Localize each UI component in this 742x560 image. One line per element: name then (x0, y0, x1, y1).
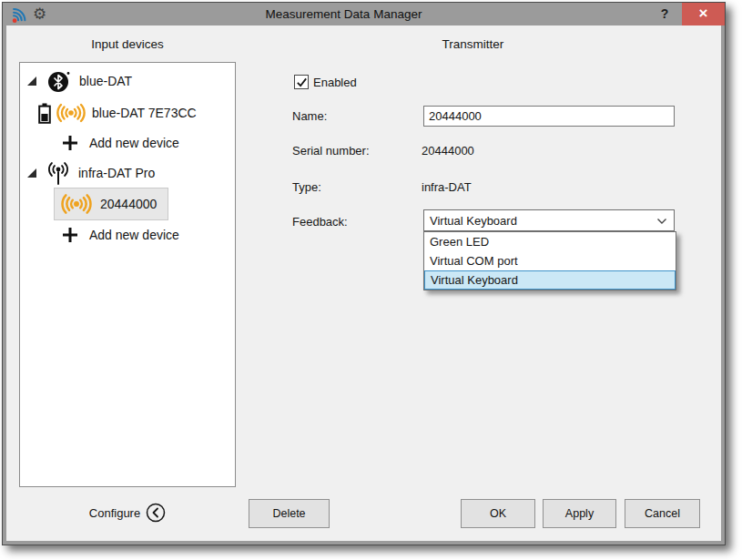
feedback-label: Feedback: (292, 215, 348, 229)
close-button[interactable]: × (682, 3, 725, 25)
checkmark-icon (296, 76, 308, 88)
tree-item-label: infra-DAT Pro (78, 166, 155, 180)
input-devices-tree: blue-DAT (19, 62, 236, 487)
dropdown-option-green-led[interactable]: Green LED (424, 232, 676, 251)
tree-item-blue-dat[interactable]: blue-DAT (20, 67, 235, 95)
battery-icon (38, 103, 51, 124)
bluetooth-icon (48, 71, 70, 92)
transmitter-heading: Transmitter (234, 37, 712, 51)
selected-item-highlight[interactable]: 20444000 (54, 188, 168, 220)
antenna-icon (48, 161, 68, 185)
apply-button[interactable]: Apply (543, 499, 616, 528)
dropdown-option-virtual-keyboard-selected[interactable]: Virtual Keyboard (424, 270, 676, 290)
dialog-content: Input devices Transmitter blue-DAT (6, 25, 721, 541)
signal-icon (60, 192, 93, 216)
measurement-data-manager-window: ⚙ Measurement Data Manager ? × Input dev… (2, 2, 726, 545)
enabled-label: Enabled (313, 76, 357, 89)
configure-button[interactable]: Configure (19, 503, 236, 523)
window-title: Measurement Data Manager (3, 3, 685, 25)
signal-icon (56, 102, 86, 124)
expander-icon[interactable] (27, 168, 36, 178)
plus-icon (62, 227, 78, 243)
tree-item-infra-dat-pro[interactable]: infra-DAT Pro (20, 159, 235, 187)
tree-item-blue-dat-7e73cc[interactable]: blue-DAT 7E73CC (20, 99, 235, 127)
tree-item-add-new-device-bluetooth[interactable]: Add new device (20, 129, 235, 157)
input-devices-heading: Input devices (19, 37, 236, 51)
type-label: Type: (292, 180, 321, 194)
tree-item-label: blue-DAT (79, 74, 132, 88)
feedback-dropdown-list: Green LED Virtual COM port Virtual Keybo… (423, 231, 676, 290)
cancel-button[interactable]: Cancel (625, 499, 700, 528)
title-bar[interactable]: ⚙ Measurement Data Manager ? × (3, 3, 725, 25)
chevron-left-circle-icon (146, 503, 166, 523)
dropdown-option-virtual-com-port[interactable]: Virtual COM port (424, 251, 676, 270)
feedback-combobox[interactable]: Virtual Keyboard (423, 209, 675, 231)
ok-button[interactable]: OK (461, 499, 535, 528)
screen: ⚙ Measurement Data Manager ? × Input dev… (0, 0, 742, 560)
enabled-checkbox[interactable] (294, 75, 309, 89)
plus-icon (62, 135, 78, 151)
tree-item-label: 20444000 (100, 197, 157, 211)
name-input[interactable] (423, 106, 675, 127)
help-button[interactable]: ? (656, 3, 673, 25)
serial-number-value: 20444000 (422, 144, 474, 158)
tree-item-add-new-device-infra[interactable]: Add new device (20, 221, 235, 249)
delete-button[interactable]: Delete (249, 499, 330, 528)
chevron-down-icon (657, 219, 666, 224)
tree-item-label: Add new device (89, 228, 179, 242)
tree-item-label: Add new device (89, 136, 179, 150)
configure-label: Configure (89, 506, 140, 520)
type-value: infra-DAT (422, 180, 472, 194)
name-label: Name: (292, 109, 327, 123)
expander-icon[interactable] (27, 76, 36, 86)
feedback-combobox-value: Virtual Keyboard (430, 214, 517, 228)
tree-item-20444000-selected[interactable]: 20444000 (20, 188, 235, 220)
serial-number-label: Serial number: (292, 144, 370, 158)
tree-item-label: blue-DAT 7E73CC (92, 106, 197, 120)
